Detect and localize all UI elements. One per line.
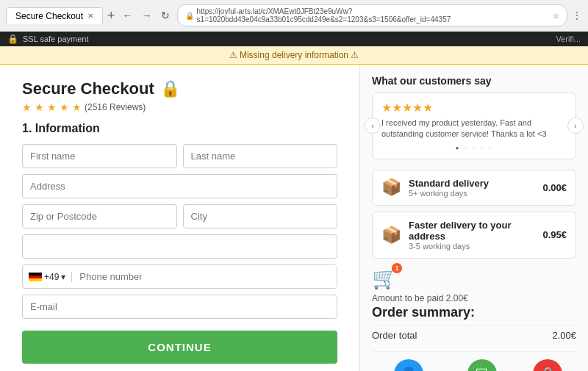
order-total-label: Order total [372,330,417,341]
carousel-dots: ● ○ ○ ○ ○ [381,145,567,151]
review-carousel: ‹ ★★★★★ I received my product yesterday.… [372,93,576,159]
zip-city-row [22,204,337,228]
review-stars: ★★★★★ [381,101,567,115]
star-2: ★ [35,101,44,113]
checkout-title-text: Secure Checkout [22,79,154,98]
trust-badge-secure: 🔒 Secure Checkout [520,359,576,371]
browser-chrome: Secure Checkout ✕ + ← → ↻ 🔒 https://joyf… [0,0,588,32]
faster-delivery-price: 0.95€ [542,229,567,240]
email-row [22,295,337,319]
zip-input[interactable] [22,204,177,228]
left-panel: Secure Checkout 🔒 ★ ★ ★ ★ ★ (2516 Review… [0,65,360,371]
amount-row: Amount to be paid 2.00€ [372,293,576,303]
star-half: ★ [72,101,82,113]
cart-icon-wrap: 🛒 1 [372,266,398,290]
order-total-row: Order total 2.00€ [372,325,576,341]
country-row: Germany [22,234,337,259]
standard-delivery-option[interactable]: 📦 Standard delivery 5+ working days 0.00… [372,170,576,206]
name-row [22,144,337,168]
carousel-prev-button[interactable]: ‹ [365,118,381,134]
browser-toolbar-icons: ⋮ [572,10,582,21]
rating-row: ★ ★ ★ ★ ★ (2516 Reviews) [22,101,337,113]
faster-delivery-icon: 📦 [381,226,401,245]
section-title: 1. Information [22,122,337,135]
first-name-input[interactable] [22,144,177,168]
customers-say-title: What our customers say [372,75,576,87]
order-summary-section: 🛒 1 Amount to be paid 2.00€ Order summar… [372,266,576,341]
star-4: ★ [60,101,69,113]
tab-title: Secure Checkout [15,11,83,21]
ssl-lock-icon: 🔒 [7,34,18,44]
phone-row: +49 ▾ [22,264,337,289]
star-1: ★ [22,101,32,113]
amount-label: Amount to be paid [372,293,443,303]
review-text: I received my product yesterday. Fast an… [381,118,567,140]
bookmark-icon[interactable]: ☆ [553,12,559,20]
lock-icon: 🔒 [185,12,194,20]
order-summary-title: Order summary: [372,305,576,320]
google-safe-icon: 🛡 [467,359,497,371]
reviews-count: (2516 Reviews) [85,102,146,112]
country-input[interactable]: Germany [22,234,337,259]
main-content: Secure Checkout 🔒 ★ ★ ★ ★ ★ (2516 Review… [0,65,588,371]
continue-button[interactable]: CONTINUE [22,331,337,364]
address-row [22,174,337,198]
faster-delivery-days: 3-5 working days [409,242,535,251]
refresh-button[interactable]: ↻ [158,8,173,23]
nav-buttons: ← → ↻ [120,8,173,23]
checkout-lock-icon: 🔒 [160,79,180,98]
address-input[interactable] [22,174,337,198]
new-tab-button[interactable]: + [107,9,115,22]
carousel-next-button[interactable]: › [567,118,584,134]
standard-delivery-name: Standard delivery [409,178,535,189]
address-bar[interactable]: 🔒 https://joyful-arts.lat/c/XMAEwt0JFBt2… [177,4,567,26]
amount-value: 2.00€ [446,293,468,303]
phone-code: +49 [44,272,59,282]
trust-badge-google: 🛡 Google Safe Browsing [445,359,519,371]
ssl-label: SSL safe payment [23,35,88,43]
forward-button[interactable]: → [139,8,155,23]
faster-delivery-name: Faster delivery to your address [409,220,535,242]
order-total-value: 2.00€ [552,330,576,341]
standard-delivery-icon: 📦 [381,178,401,197]
standard-delivery-info: Standard delivery 5+ working days [409,178,535,198]
warning-text: ⚠ Missing delivery information ⚠ [229,50,359,60]
german-flag-icon [29,273,42,281]
browser-tab[interactable]: Secure Checkout ✕ [6,7,103,24]
faster-delivery-option[interactable]: 📦 Faster delivery to your address 3-5 wo… [372,212,576,259]
phone-flag-selector[interactable]: +49 ▾ [23,272,72,282]
email-input[interactable] [22,295,337,319]
phone-dropdown-icon: ▾ [61,272,65,282]
faster-delivery-info: Faster delivery to your address 3-5 work… [409,220,535,251]
last-name-input[interactable] [183,144,338,168]
ssl-bar: 🔒 SSL safe payment Verifi... [0,32,588,46]
phone-input[interactable] [72,265,337,288]
url-text: https://joyful-arts.lat/c/XMAEwt0JFBt23e… [197,7,550,24]
trust-badge-support: 👤 Free technical support [372,359,445,371]
standard-delivery-price: 0.00€ [542,182,567,193]
cart-badge: 1 [392,263,402,273]
back-button[interactable]: ← [120,8,136,23]
checkout-title: Secure Checkout 🔒 [22,79,337,98]
star-3: ★ [47,101,57,113]
city-input[interactable] [183,204,338,228]
secure-checkout-icon: 🔒 [533,359,562,371]
extensions-icon[interactable]: ⋮ [572,10,582,21]
support-icon: 👤 [394,359,423,371]
ssl-verify-text: Verifi... [556,35,581,43]
trust-badges: 👤 Free technical support 🛡 Google Safe B… [372,351,576,371]
tab-close-button[interactable]: ✕ [87,12,93,20]
right-panel: What our customers say ‹ ★★★★★ I receive… [360,65,588,371]
standard-delivery-days: 5+ working days [409,189,535,198]
warning-bar: ⚠ Missing delivery information ⚠ [0,46,588,65]
